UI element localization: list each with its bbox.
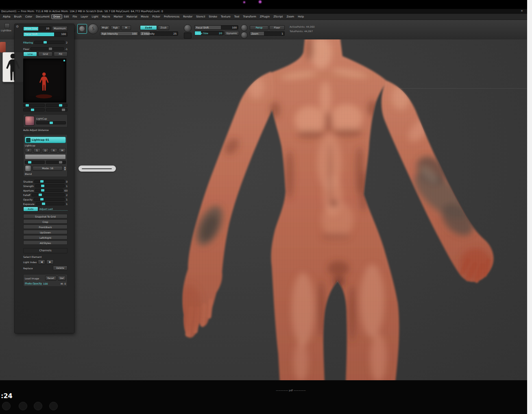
floor-button[interactable]: Floor (269, 25, 285, 30)
reset-button[interactable]: Reset (45, 276, 57, 281)
sculpted-figure[interactable] (0, 39, 527, 380)
menu-item[interactable]: File (71, 15, 79, 19)
menu-item[interactable]: Layer (79, 15, 89, 19)
prev-arrow-button[interactable]: ◀ (38, 259, 45, 264)
action-button[interactable]: Front/Back (23, 224, 68, 229)
action-button[interactable]: Crop (23, 219, 68, 224)
action-button[interactable]: All/Styles (23, 240, 68, 245)
menu-item[interactable]: Help (296, 15, 305, 19)
z-intensity-slider[interactable]: Z Intensity25 (140, 31, 178, 36)
menu-item[interactable]: Picker (151, 15, 162, 19)
light-item-slider[interactable] (36, 121, 66, 124)
dynamic-button[interactable]: Dynamic (225, 31, 239, 36)
menu-item[interactable]: Zoom (285, 15, 296, 19)
menu-item[interactable]: Draw (52, 15, 62, 19)
del-button[interactable]: Del (58, 276, 66, 281)
action-button[interactable]: Up/Down (23, 230, 68, 234)
adjust-last-link[interactable]: Adjust Last (39, 207, 68, 211)
player-button[interactable] (2, 402, 11, 410)
player-button[interactable] (34, 402, 42, 410)
mode-16-button[interactable]: Mode: 16 (33, 166, 63, 171)
lightcap-slider-row[interactable]: Strength 1 (23, 184, 68, 187)
menu-item[interactable]: Edit (62, 15, 71, 19)
menu-item[interactable]: Color (24, 15, 34, 19)
lightcap-slider[interactable] (32, 193, 65, 196)
next-arrow-button[interactable]: ▶ (46, 259, 54, 264)
action-button[interactable]: Left/Right (23, 235, 68, 240)
paint-mode-button[interactable]: Rgb (111, 25, 120, 30)
palette-draw-size-slider[interactable]: Draw Size20 (23, 26, 51, 31)
menu-item[interactable]: Alpha (1, 15, 12, 19)
menu-item[interactable]: Stencil (194, 15, 207, 19)
lightcap-slider[interactable] (34, 180, 65, 183)
delete-button[interactable]: Delete (53, 266, 68, 270)
gear-icon[interactable]: ⚙ (16, 25, 19, 28)
stepper[interactable]: ▲▼ (64, 166, 66, 171)
filtering-slider[interactable] (34, 41, 65, 44)
preview-slider[interactable] (46, 104, 68, 107)
menu-item[interactable]: Light (90, 15, 100, 19)
mini-slider[interactable] (46, 161, 66, 164)
player-button[interactable] (49, 402, 58, 410)
chip-button[interactable]: R (50, 148, 57, 153)
preview-slider[interactable] (23, 108, 45, 111)
paint-mode-button[interactable]: Mrgb (100, 25, 110, 30)
lightcap-slider-row[interactable]: Shadow 0 (23, 180, 68, 183)
menu-item[interactable]: Macro (100, 15, 112, 19)
menu-item[interactable]: Material (125, 15, 139, 19)
menu-item[interactable]: ZScript (272, 15, 284, 19)
menu-item[interactable]: Render (181, 15, 194, 19)
menu-item[interactable]: Preferences (162, 15, 181, 19)
material-sphere-icon[interactable]: S (88, 24, 98, 34)
menu-item[interactable]: Stroke (207, 15, 219, 19)
lightcap-slider-row[interactable]: Aperture 60 (23, 189, 68, 192)
menu-item[interactable]: Texture (219, 15, 232, 19)
floor-slider[interactable] (31, 47, 64, 50)
menu-item[interactable]: Marker (112, 15, 124, 19)
lightcap-slider[interactable] (36, 202, 65, 205)
menu-item[interactable]: Movie (139, 15, 150, 19)
zoom-slider[interactable]: Zoom1 (250, 31, 285, 36)
photo-opacity-label[interactable]: Photo Opacity (25, 282, 42, 285)
sculpt-viewport[interactable] (0, 39, 527, 380)
chip-button[interactable]: P (25, 148, 32, 153)
alpha-picker-icon[interactable] (184, 33, 192, 39)
mode-button[interactable]: Line (23, 52, 37, 57)
mini-slider[interactable] (25, 161, 45, 164)
light-item-card[interactable]: LightCap (23, 114, 68, 127)
selected-item[interactable]: Lightcap 01 (25, 137, 66, 143)
nav-gizmo-icon[interactable] (241, 32, 248, 39)
lightcap-slider[interactable] (34, 198, 65, 201)
menu-item[interactable]: Tool (233, 15, 241, 19)
player-button[interactable] (19, 402, 27, 410)
nav-gizmo-icon[interactable] (241, 24, 248, 31)
draw-size-slider[interactable]: Draw Size20 (194, 31, 224, 35)
auto-button[interactable]: Auto (23, 207, 38, 211)
focal-shift-slider[interactable]: Focal Shift100 (194, 25, 238, 30)
zadd-button[interactable]: Zadd (140, 25, 157, 30)
paint-mode-button[interactable]: M (121, 25, 131, 30)
menu-item[interactable]: Document (34, 15, 51, 19)
maximum-button[interactable]: Maximum (52, 26, 68, 31)
render-preview[interactable] (23, 59, 66, 102)
close-icon[interactable]: ✕ (521, 9, 523, 13)
preview-slider[interactable] (46, 108, 68, 111)
preview-slider[interactable] (23, 104, 45, 107)
brush-picker[interactable] (77, 24, 87, 34)
lightcap-slider-row[interactable]: Falloff 2 (23, 193, 68, 196)
perspective-button[interactable]: Persp (250, 25, 268, 30)
chip-button[interactable]: M (59, 148, 66, 153)
chip-button[interactable]: S (33, 148, 41, 153)
action-button[interactable]: Snapshot To Grid (23, 214, 68, 218)
stroke-picker-icon[interactable] (184, 24, 192, 32)
lightbox-thumbnail[interactable] (0, 42, 6, 52)
lightbox-button[interactable]: LightBox (1, 23, 13, 34)
chip-button[interactable]: D (42, 148, 49, 153)
menu-item[interactable]: Transform (241, 15, 257, 19)
list-scrollbar[interactable] (25, 154, 66, 159)
mode-button[interactable]: Grid (38, 52, 52, 57)
palette-focal-shift-slider[interactable]: Focal Shift100 (23, 32, 68, 37)
lightcap-slider[interactable] (35, 184, 65, 187)
mode-button[interactable]: Fill (54, 52, 68, 57)
lightcap-slider-row[interactable]: Exposure 1 (23, 202, 68, 205)
